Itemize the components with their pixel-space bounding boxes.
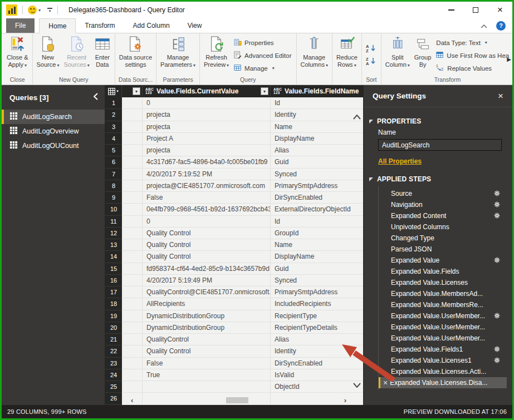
cell-currentvalue[interactable]: Quality Control xyxy=(143,345,271,357)
cell-currentvalue[interactable]: 4/20/2017 5:19:49 PM xyxy=(143,275,271,286)
gear-icon[interactable] xyxy=(494,201,500,209)
table-row[interactable]: 17QualityControl@CIE4851707.onmicrosoft.… xyxy=(105,286,363,298)
manage-parameters-button[interactable]: ManageParameters▾ xyxy=(159,34,197,76)
cell-truncated[interactable] xyxy=(122,369,143,381)
cell-currentvalue[interactable]: projecta xyxy=(143,145,271,156)
cell-truncated[interactable] xyxy=(122,204,143,215)
scroll-down-icon[interactable] xyxy=(353,380,361,390)
cell-fieldname[interactable]: Guid xyxy=(271,156,363,168)
table-row[interactable]: 110Id xyxy=(105,216,363,228)
cell-truncated[interactable] xyxy=(122,97,143,109)
cell-fieldname[interactable]: Synced xyxy=(271,169,363,180)
horizontal-scrollbar[interactable]: ‹ › xyxy=(124,396,355,404)
scroll-left-icon[interactable]: ‹ xyxy=(131,396,133,404)
query-item-auditlogsearch[interactable]: AuditLogSearch xyxy=(2,110,105,124)
sort-ascending-button[interactable]: AZ xyxy=(365,44,378,55)
cell-fieldname[interactable]: DisplayName xyxy=(271,251,363,263)
select-all-corner-button[interactable]: ▾ xyxy=(105,85,122,97)
applied-steps-section-header[interactable]: APPLIED STEPS xyxy=(369,175,507,183)
gear-icon[interactable] xyxy=(494,357,500,365)
table-row[interactable]: 12Quality ControlGroupId xyxy=(105,228,363,239)
close-button[interactable]: × xyxy=(488,2,512,18)
properties-button[interactable]: Properties xyxy=(232,36,293,49)
column-header-fieldname[interactable]: ABC123 Value.Fields.FieldName xyxy=(271,85,363,97)
refresh-preview-button[interactable]: RefreshPreview▾ xyxy=(202,34,231,76)
cell-truncated[interactable] xyxy=(122,145,143,156)
table-row[interactable]: 10Id xyxy=(105,97,363,109)
cell-truncated[interactable] xyxy=(122,121,143,133)
cell-truncated[interactable] xyxy=(122,298,143,310)
applied-step[interactable]: Expanded Value.Licenses.Acti... xyxy=(379,366,507,377)
help-icon[interactable]: ? xyxy=(496,21,506,31)
collapse-ribbon-icon[interactable] xyxy=(481,21,487,31)
manage-button[interactable]: Manage▾ xyxy=(232,62,293,75)
table-row[interactable]: 22Quality ControlIdentity xyxy=(105,345,363,357)
applied-step[interactable]: ×Expanded Value.Licenses.Disa... xyxy=(379,377,507,388)
table-row[interactable]: 164/20/2017 5:19:49 PMSynced xyxy=(105,275,363,286)
tab-file[interactable]: File xyxy=(6,18,35,33)
cell-fieldname[interactable]: Alias xyxy=(271,145,363,156)
replace-values-button[interactable]: 12Replace Values xyxy=(434,62,511,75)
cell-currentvalue[interactable]: fd958374-cf64-4ed2-85c9-b134c3657b9d xyxy=(143,263,271,275)
scroll-right-icon[interactable]: › xyxy=(344,396,346,404)
cell-fieldname[interactable]: GroupId xyxy=(271,228,363,239)
gear-icon[interactable] xyxy=(494,213,500,220)
cell-truncated[interactable] xyxy=(122,263,143,275)
applied-step[interactable]: Expanded Value.Licenses xyxy=(379,277,507,288)
query-name-input[interactable]: AuditLogSearch xyxy=(378,139,502,151)
table-row[interactable]: 2projectaIdentity xyxy=(105,109,363,121)
applied-step[interactable]: Expanded Value.Fields xyxy=(379,266,507,277)
cell-truncated[interactable] xyxy=(122,228,143,239)
cell-fieldname[interactable]: ObjectId xyxy=(271,381,363,393)
cell-truncated[interactable] xyxy=(122,345,143,357)
column-header-currentvalue[interactable]: ABC123 Value.Fields.CurrentValue ▼ xyxy=(143,85,271,97)
cell-truncated[interactable] xyxy=(122,275,143,286)
cell-currentvalue[interactable]: DynamicDistributionGroup xyxy=(143,322,271,334)
cell-truncated[interactable] xyxy=(122,156,143,168)
cell-currentvalue[interactable] xyxy=(143,381,271,393)
cell-truncated[interactable] xyxy=(122,310,143,322)
table-row[interactable]: 3projectaName xyxy=(105,121,363,133)
cell-fieldname[interactable]: Guid xyxy=(271,263,363,275)
data-type-button[interactable]: Data Type: Text▾ xyxy=(434,36,511,49)
applied-step[interactable]: Parsed JSON xyxy=(379,244,507,255)
cell-truncated[interactable] xyxy=(122,239,143,251)
cell-truncated[interactable] xyxy=(122,169,143,180)
tab-transform[interactable]: Transform xyxy=(76,18,124,33)
cell-currentvalue[interactable]: 0 xyxy=(143,97,271,109)
cell-currentvalue[interactable]: AllRecipients xyxy=(143,298,271,310)
close-settings-icon[interactable]: × xyxy=(498,91,503,102)
new-source-button[interactable]: NewSource▾ xyxy=(35,34,61,76)
applied-step[interactable]: Expanded Value.UserMember... xyxy=(379,310,507,322)
delete-step-icon[interactable]: × xyxy=(383,379,388,386)
applied-step[interactable]: Unpivoted Columns xyxy=(379,221,507,233)
cell-truncated[interactable] xyxy=(122,358,143,369)
applied-step[interactable]: Expanded Value.Fields1 xyxy=(379,344,507,355)
cell-currentvalue[interactable]: True xyxy=(143,369,271,381)
cell-truncated[interactable] xyxy=(122,180,143,192)
data-source-settings-button[interactable]: Data sourcesettings xyxy=(118,34,154,76)
cell-fieldname[interactable]: Alias xyxy=(271,334,363,345)
cell-fieldname[interactable]: RecipientType xyxy=(271,310,363,322)
cell-currentvalue[interactable]: projecta xyxy=(143,109,271,121)
table-row[interactable]: 18AllRecipientsIncludedRecipients xyxy=(105,298,363,310)
applied-step[interactable]: Expanded Value xyxy=(379,255,507,266)
cell-currentvalue[interactable]: Quality Control xyxy=(143,239,271,251)
cell-fieldname[interactable]: Id xyxy=(271,216,363,228)
table-row[interactable]: 100e4fb799-c968-4561-b92d-1637692bcb43Ex… xyxy=(105,204,363,215)
cell-fieldname[interactable]: ExternalDirectoryObjectId xyxy=(271,204,363,215)
cell-truncated[interactable] xyxy=(122,192,143,204)
query-item-auditlogoverview[interactable]: AuditLogOverview xyxy=(2,124,105,139)
table-row[interactable]: 64c317d67-fac5-4896-b4a0-fc005be01fb9Gui… xyxy=(105,156,363,168)
applied-step[interactable]: Source xyxy=(379,188,507,199)
query-item-auditlogoucount[interactable]: AuditLogOUCount xyxy=(2,139,105,153)
applied-step[interactable]: Expanded Value.Licenses1 xyxy=(379,355,507,366)
gear-icon[interactable] xyxy=(494,190,500,198)
cell-fieldname[interactable]: IsValid xyxy=(271,369,363,381)
gear-icon[interactable] xyxy=(494,346,500,354)
table-row[interactable]: 9FalseDirSyncEnabled xyxy=(105,192,363,204)
collapse-queries-pane-icon[interactable] xyxy=(94,93,98,102)
gear-icon[interactable] xyxy=(494,257,500,265)
cell-currentvalue[interactable]: QualityControl xyxy=(143,334,271,345)
cell-truncated[interactable] xyxy=(122,322,143,334)
